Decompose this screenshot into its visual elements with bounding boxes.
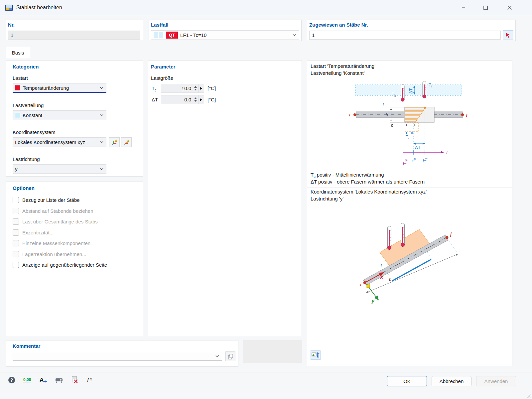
lastart-color-icon [15,85,20,90]
apply-button: Anwenden [476,376,516,386]
thermometer-icon [401,84,404,101]
label-i: i [349,112,351,117]
svg-text:?: ? [10,377,13,383]
label-j: j [450,232,452,237]
lastrichtung-select[interactable]: y [13,164,106,174]
label-t: t [383,102,384,107]
tc-slider-button[interactable] [198,84,204,93]
preview-lastverteilung-line: Lastverteilung 'Konstant' [311,70,365,76]
chevron-down-icon [100,141,103,143]
tc-spinner[interactable] [193,84,198,92]
option-einzelne-massenkomponenten: Einzelne Massenkomponenten [13,239,90,247]
tc-value: 10.0 [161,85,193,91]
dt-slider-button[interactable] [198,95,204,104]
option-anzeige-gegenueber[interactable]: Anzeige auf gegenüberliegender Seite [13,261,107,268]
pick-arrow-icon [505,32,511,39]
option-label: Einzelne Massenkomponenten [22,240,90,246]
option-bezug-zur-liste[interactable]: Bezug zur Liste der Stäbe [13,196,80,203]
nr-groupbox: Nr. 1 [6,20,143,41]
nr-value: 1 [11,32,13,38]
units-settings-button[interactable]: 0,00 [21,374,34,386]
checkbox[interactable] [13,197,19,203]
chevron-down-icon [100,168,103,170]
option-label: Anzeige auf gegenüberliegender Seite [22,262,107,268]
new-coordinate-system-button[interactable] [109,137,120,147]
svg-text:x: x [90,377,92,381]
edit-coordinate-system-button[interactable] [121,137,132,147]
close-icon [507,6,512,10]
lastrichtung-label: Lastrichtung [13,156,40,162]
chevron-down-icon [215,355,219,357]
checkbox[interactable] [13,262,19,268]
window-title: Stablast bearbeiten [16,5,62,11]
app-icon [5,4,14,11]
thermometer-icon [401,223,405,247]
option-last-gesamtlaenge: Last über Gesamtlänge des Stabs [13,218,98,225]
label-tb-axis: Tb [411,158,417,162]
label-j: j [466,112,468,117]
lastfall-label: Lastfall [151,22,169,28]
preview-swap-button[interactable] [311,350,321,360]
preview-panel: Lastart 'Temperaturänderung' Lastverteil… [307,60,512,366]
spin-down-icon [194,100,197,102]
optionen-title: Optionen [13,185,35,191]
koordinatensystem-label: Koordinatensystem [13,129,55,135]
checkbox [13,240,19,246]
display-settings-button[interactable]: A [37,374,50,386]
copy-comment-button[interactable] [225,351,235,361]
preview-lastrichtung-line: Lastrichtung 'y' [311,196,343,201]
label-h: h [386,112,388,117]
dt-value: 0.0 [161,97,193,102]
swap-image-icon [312,351,320,359]
tc-input[interactable]: 10.0 [161,84,198,93]
thermometer-icon [388,226,391,250]
koordinatensystem-select[interactable]: Lokales Koordinatensystem xyz [13,137,106,147]
temperature-diagram: ΔT Tb Tt [308,76,509,171]
help-button[interactable]: ? [5,374,18,386]
cancel-button[interactable]: Abbrechen [432,376,471,386]
nr-input[interactable]: 1 [8,31,140,40]
right-triangle-icon [200,98,202,101]
thermometer-icon [423,81,426,98]
loadcase-pattern-icon [159,32,164,38]
tc-symbol: Tc [152,85,157,92]
dt-unit: [°C] [207,97,216,102]
kommentar-combobox[interactable] [13,352,222,361]
document-delete-icon [71,376,79,384]
lastverteilung-select[interactable]: Konstant [13,110,106,120]
lastverteilung-value: Konstant [23,112,42,118]
minimize-button[interactable] [456,0,471,15]
footer-separator [0,372,532,372]
dt-input[interactable]: 0.0 [161,95,198,104]
ok-button[interactable]: OK [387,376,427,386]
resize-grip[interactable] [526,393,531,398]
option-exzentrizitaet: Exzentrizität... [13,229,54,236]
label-b: b [389,277,391,282]
function-editor-button[interactable]: f x [84,374,97,386]
dt-spinner[interactable] [193,95,198,104]
projector-button[interactable] [53,374,66,386]
pick-members-button[interactable] [503,30,513,40]
zugewiesen-value: 1 [312,32,315,38]
spin-down-icon [194,89,197,90]
loadcase-qt-badge: QT [166,32,178,39]
kategorien-title: Kategorien [13,64,39,69]
chevron-down-icon [100,114,103,116]
dialog-stablast-bearbeiten: Stablast bearbeiten Nr. 1 Lastfall QT LF… [0,0,532,399]
zugewiesen-input[interactable]: 1 [309,31,501,40]
lastart-select[interactable]: Temperaturänderung [13,83,106,93]
delete-load-button[interactable] [69,374,81,386]
lastfall-select[interactable]: QT LF1 - Tc=10 [151,30,299,40]
maximize-button[interactable] [478,0,493,15]
lastgroesse-label: Lastgröße [151,75,174,81]
zugewiesen-groupbox: Zugewiesen an Stäbe Nr. 1 [307,20,516,41]
option-label: Exzentrizität... [22,230,54,235]
edit-coordinate-system-icon [123,139,130,145]
minimize-icon [462,6,466,10]
close-button[interactable] [502,0,517,15]
option-lagerreaktion: Lagerreaktion übernehmen... [13,250,86,258]
svg-text:0,00: 0,00 [23,377,31,382]
koordinatensystem-value: Lokales Koordinatensystem xyz [15,139,85,145]
spin-up-icon [194,97,197,99]
tab-basis[interactable]: Basis [6,47,30,58]
